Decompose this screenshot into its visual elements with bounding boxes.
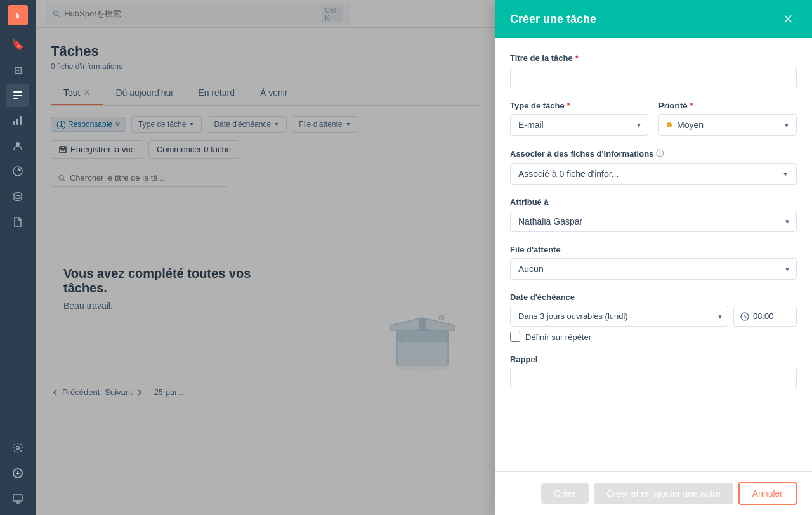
date-select[interactable]: Dans 3 jours ouvrables (lundi) Aujourd'h… xyxy=(510,306,728,327)
assigned-to-group: Attribué à Nathalia Gaspar xyxy=(510,197,797,232)
svg-rect-1 xyxy=(13,91,22,93)
sidebar-item-settings[interactable] xyxy=(6,436,29,459)
sidebar-item-bookmark[interactable]: 🔖 xyxy=(6,33,29,56)
repeat-checkbox[interactable] xyxy=(510,332,520,342)
sidebar-item-analytics[interactable] xyxy=(6,109,29,132)
hubspot-logo[interactable] xyxy=(8,5,28,25)
reminder-input[interactable] xyxy=(510,368,797,389)
sidebar-item-files[interactable] xyxy=(6,211,29,233)
associate-group: Associer à des fiches d'informations ⓘ A… xyxy=(510,148,797,185)
clock-icon xyxy=(740,312,749,321)
priority-select[interactable]: Moyen Aucune Basse Haute xyxy=(677,120,789,130)
task-title-group: Titre de la tâche * xyxy=(510,53,797,88)
svg-rect-5 xyxy=(16,119,18,125)
panel-close-button[interactable]: ✕ xyxy=(779,10,797,28)
time-input[interactable]: 08:00 xyxy=(753,311,785,321)
panel-title: Créer une tâche xyxy=(510,13,596,26)
assigned-to-select-wrapper[interactable]: Nathalia Gaspar xyxy=(510,211,797,232)
cancel-button[interactable]: Annuler xyxy=(738,482,797,505)
due-date-group: Date d'échéance Dans 3 jours ouvrables (… xyxy=(510,292,797,342)
svg-point-7 xyxy=(16,142,20,146)
date-row: Dans 3 jours ouvrables (lundi) Aujourd'h… xyxy=(510,306,797,327)
due-date-label: Date d'échéance xyxy=(510,292,797,302)
reminder-label: Rappel xyxy=(510,355,797,364)
sidebar-item-tasks[interactable] xyxy=(6,84,29,107)
assigned-to-select[interactable]: Nathalia Gaspar xyxy=(510,211,797,232)
panel-header: Créer une tâche ✕ xyxy=(495,0,812,38)
task-type-select[interactable]: E-mail Appel À faire xyxy=(510,114,648,136)
svg-rect-12 xyxy=(13,495,22,501)
priority-select-wrapper[interactable]: Moyen Aucune Basse Haute xyxy=(658,114,797,136)
associate-field[interactable]: Associé à 0 fiche d'infor... xyxy=(510,163,797,185)
svg-rect-6 xyxy=(20,116,22,125)
sidebar: 🔖 ⊞ xyxy=(0,0,36,515)
task-title-input[interactable] xyxy=(510,67,797,88)
queue-select-wrapper[interactable]: Aucun xyxy=(510,258,797,280)
svg-rect-2 xyxy=(13,95,22,96)
assigned-to-label: Attribué à xyxy=(510,197,797,207)
sidebar-item-reports[interactable] xyxy=(6,160,29,183)
svg-rect-4 xyxy=(13,121,15,125)
required-mark: * xyxy=(575,53,579,63)
create-button[interactable]: Créer xyxy=(541,483,589,504)
priority-dot xyxy=(667,122,672,127)
priority-group: Priorité * Moyen Aucune Basse Haute xyxy=(658,101,797,136)
task-type-label: Type de tâche * xyxy=(510,101,648,110)
svg-rect-3 xyxy=(13,98,18,99)
associate-label: Associer à des fiches d'informations ⓘ xyxy=(510,148,797,159)
task-title-label: Titre de la tâche * xyxy=(510,53,797,63)
queue-label: File d'attente xyxy=(510,245,797,254)
info-icon: ⓘ xyxy=(656,148,664,159)
sidebar-item-users[interactable] xyxy=(6,134,29,157)
svg-point-10 xyxy=(16,447,20,450)
reminder-group: Rappel xyxy=(510,355,797,389)
create-another-button[interactable]: Créer et en ajouter une autre xyxy=(594,483,733,504)
date-select-wrapper[interactable]: Dans 3 jours ouvrables (lundi) Aujourd'h… xyxy=(510,306,728,327)
panel-body: Titre de la tâche * Type de tâche * E-ma… xyxy=(495,38,812,471)
panel-overlay xyxy=(36,0,495,515)
sidebar-item-contacts[interactable]: ⊞ xyxy=(6,58,29,81)
task-type-group: Type de tâche * E-mail Appel À faire xyxy=(510,101,648,136)
queue-select[interactable]: Aucun xyxy=(510,258,797,280)
panel-footer: Créer Créer et en ajouter une autre Annu… xyxy=(495,471,812,515)
svg-point-9 xyxy=(14,193,22,196)
task-type-select-wrapper[interactable]: E-mail Appel À faire xyxy=(510,114,648,136)
create-panel: Créer une tâche ✕ Titre de la tâche * Ty… xyxy=(495,0,812,515)
repeat-checkbox-row: Définir sur répéter xyxy=(510,332,797,342)
sidebar-item-add[interactable] xyxy=(6,462,29,485)
time-input-wrapper[interactable]: 08:00 xyxy=(733,306,797,327)
queue-group: File d'attente Aucun xyxy=(510,245,797,280)
sidebar-item-data[interactable] xyxy=(6,185,29,208)
type-priority-row: Type de tâche * E-mail Appel À faire Pri… xyxy=(510,101,797,148)
sidebar-item-screen[interactable] xyxy=(6,487,29,510)
priority-label: Priorité * xyxy=(658,101,797,110)
